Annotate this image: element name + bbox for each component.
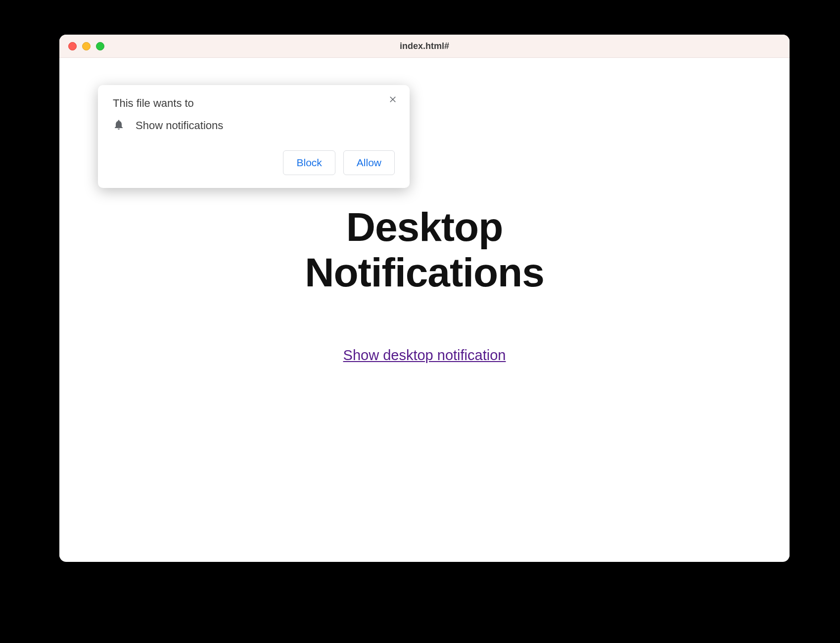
allow-button[interactable]: Allow	[343, 150, 395, 175]
window-title: index.html#	[400, 41, 449, 51]
close-button[interactable]	[386, 93, 400, 107]
permission-item-label: Show notifications	[136, 119, 223, 132]
window-minimize-button[interactable]	[82, 42, 91, 50]
show-notification-link[interactable]: Show desktop notification	[343, 347, 506, 364]
window-close-button[interactable]	[68, 42, 77, 50]
bell-icon	[113, 119, 125, 133]
page-content: Desktop Notifications Show desktop notif…	[59, 58, 790, 562]
window-titlebar: index.html#	[59, 35, 790, 58]
window-fullscreen-button[interactable]	[96, 42, 104, 50]
browser-window: index.html# Desktop Notifications Show d…	[59, 35, 790, 561]
permission-prompt-title: This file wants to	[113, 97, 395, 110]
permission-actions: Block Allow	[113, 150, 395, 175]
permission-prompt: This file wants to Show notifications Bl…	[98, 85, 410, 188]
close-icon	[388, 94, 397, 105]
page-title: Desktop Notifications	[305, 204, 544, 295]
traffic-lights	[68, 42, 104, 50]
block-button[interactable]: Block	[283, 150, 335, 175]
permission-item: Show notifications	[113, 119, 395, 133]
